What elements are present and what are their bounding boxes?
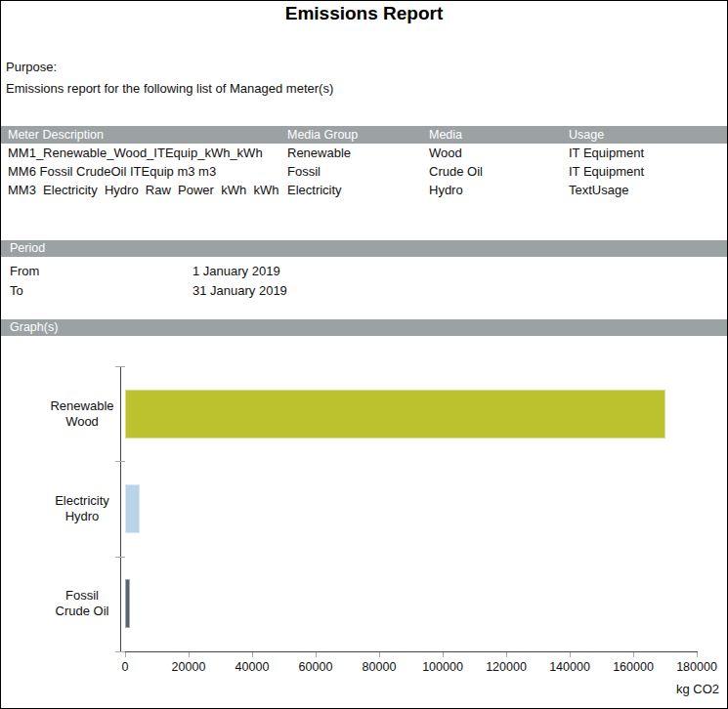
x-tick-label: 40000 [223,660,281,674]
category-label-line: Wood [65,414,99,430]
x-tick-label: 180000 [667,660,726,674]
x-axis-tick [506,652,507,657]
x-tick-label: 100000 [413,660,472,674]
purpose-label: Purpose: [6,60,57,74]
x-tick-label: 80000 [350,660,408,674]
category-label-line: Hydro [65,509,100,524]
x-axis-tick [633,652,634,657]
y-axis-tick [115,651,125,652]
cell-media: Hydro [429,181,463,199]
y-axis-tick [115,461,125,462]
purpose-text: Emissions report for the following list … [6,81,333,96]
cell-media: Crude Oil [429,162,483,181]
table-row: MM6 Fossil CrudeOil ITEquip m3 m3 Fossil… [1,162,727,181]
period-header-label: Period [10,240,45,257]
cell-media: Wood [429,144,462,162]
table-row: MM1_Renewable_Wood_ITEquip_kWh_kWh Renew… [1,144,727,162]
cell-media-group: Electricity [287,181,342,199]
meter-table-header-row: Meter Description Media Group Media Usag… [1,126,727,144]
table-row: MM3 Electricity Hydro Raw Power kWh kWh … [1,181,727,199]
x-axis-tick [316,652,317,657]
category-label-fossil-crude-oil: FossilCrude Oil [28,579,136,628]
emissions-report-page: Emissions Report Purpose: Emissions repo… [0,0,728,709]
period-from-row: From 1 January 2019 [1,262,727,280]
bar-renewable-wood [125,390,665,438]
cell-meter-description: MM1_Renewable_Wood_ITEquip_kWh_kWh [8,144,282,162]
x-axis-tick [697,652,698,657]
x-axis-tick [252,652,253,657]
period-to-row: To 31 January 2019 [1,281,727,300]
cell-media-group: Renewable [287,144,351,162]
column-header-media-group: Media Group [287,126,358,144]
cell-meter-description: MM3 Electricity Hydro Raw Power kWh kWh [8,181,282,199]
x-axis-tick [125,652,126,657]
column-header-usage: Usage [569,126,604,144]
x-axis-line [120,651,698,652]
period-from-value: 1 January 2019 [193,262,280,280]
cell-usage: TextUsage [569,181,628,199]
category-label-renewable-wood: RenewableWood [28,390,136,438]
emissions-chart: kg CO2 RenewableWoodElectricityHydroFoss… [1,329,727,707]
page-title: Emissions Report [1,3,727,24]
x-axis-tick [570,652,571,657]
y-axis-tick [115,557,125,558]
cell-meter-description: MM6 Fossil CrudeOil ITEquip m3 m3 [8,162,282,181]
column-header-meter-description: Meter Description [8,126,104,144]
x-axis-tick [379,652,380,657]
x-axis-unit-label: kg CO2 [676,682,719,696]
period-section-header: Period [1,240,727,257]
x-tick-label: 140000 [540,660,599,674]
x-tick-label: 0 [96,660,154,674]
y-axis-tick [115,366,125,367]
x-axis-tick [443,652,444,657]
x-tick-label: 120000 [477,660,535,674]
x-tick-label: 20000 [159,660,218,674]
x-tick-label: 60000 [286,660,345,674]
column-header-media: Media [429,126,462,144]
cell-usage: IT Equipment [569,162,644,181]
period-to-value: 31 January 2019 [193,281,287,300]
period-to-label: To [10,281,23,300]
category-label-electricity-hydro: ElectricityHydro [28,484,136,533]
x-tick-label: 160000 [604,660,663,674]
cell-media-group: Fossil [287,162,321,181]
x-axis-tick [189,652,190,657]
category-label-line: Fossil [65,588,99,604]
period-from-label: From [10,262,39,280]
cell-usage: IT Equipment [569,144,644,162]
category-label-line: Renewable [50,398,113,414]
category-label-line: Crude Oil [56,604,109,619]
category-label-line: Electricity [55,493,109,509]
